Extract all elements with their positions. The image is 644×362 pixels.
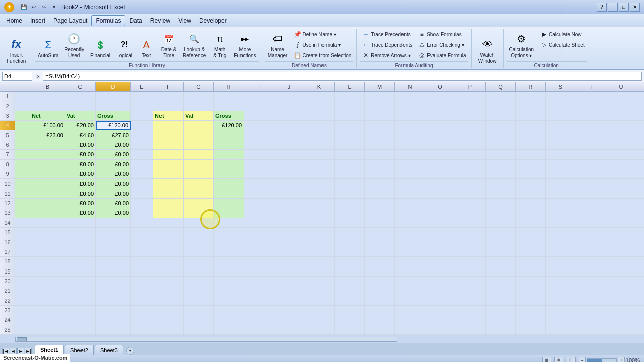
define-name-btn[interactable]: 📌 Define Name ▾: [292, 29, 354, 39]
cell-c4[interactable]: £20.00: [65, 121, 96, 130]
col-header-l[interactable]: L: [335, 82, 365, 91]
col-header-r[interactable]: R: [516, 82, 546, 91]
trace-precedents-btn[interactable]: → Trace Precedents: [360, 29, 414, 39]
office-logo-icon[interactable]: ✦: [4, 2, 14, 12]
col-header-c[interactable]: C: [65, 82, 96, 91]
menu-data[interactable]: Data: [125, 16, 146, 26]
col-header-t[interactable]: T: [576, 82, 606, 91]
cell-u1[interactable]: [606, 92, 636, 101]
col-header-u[interactable]: U: [606, 82, 636, 91]
cell-p1[interactable]: [455, 92, 486, 101]
cell-d2[interactable]: [96, 101, 131, 110]
math-trig-btn[interactable]: π Math& Trig: [209, 29, 230, 60]
redo-quick-btn[interactable]: ↪: [39, 3, 48, 12]
cell-h2[interactable]: [214, 101, 244, 110]
undo-quick-btn[interactable]: ↩: [29, 3, 38, 12]
cell-d1[interactable]: [96, 92, 131, 101]
minimize-btn[interactable]: −: [608, 3, 618, 12]
menu-formulas[interactable]: Formulas: [91, 15, 125, 26]
sheet-tab-2[interactable]: Sheet2: [65, 345, 94, 355]
function-wizard-btn[interactable]: fx: [34, 73, 41, 80]
cell-b3[interactable]: Net: [30, 111, 65, 120]
cell-h1[interactable]: [214, 92, 244, 101]
calc-sheet-btn[interactable]: ▷ Calculate Sheet: [538, 40, 587, 50]
cell-i1[interactable]: [244, 92, 274, 101]
col-header-a[interactable]: [15, 82, 30, 91]
col-header-j[interactable]: J: [274, 82, 304, 91]
menu-page-layout[interactable]: Page Layout: [49, 16, 91, 26]
col-header-o[interactable]: O: [425, 82, 455, 91]
page-break-view-btn[interactable]: ⊡: [567, 357, 576, 363]
cell-f4[interactable]: [153, 121, 184, 130]
cell-n1[interactable]: [395, 92, 425, 101]
cell-d5[interactable]: £27.60: [96, 130, 131, 139]
cell-a3[interactable]: [15, 111, 30, 120]
zoom-slider[interactable]: [587, 358, 617, 363]
date-time-btn[interactable]: 📅 Date &Time: [158, 29, 179, 60]
cell-a4[interactable]: [15, 121, 30, 130]
col-header-g[interactable]: G: [184, 82, 214, 91]
help-btn[interactable]: ?: [597, 3, 607, 12]
cell-t1[interactable]: [576, 92, 606, 101]
menu-developer[interactable]: Developer: [195, 16, 231, 26]
cell-rest-2[interactable]: [244, 101, 274, 110]
normal-view-btn[interactable]: ▦: [542, 357, 551, 363]
cell-h3[interactable]: Gross: [214, 111, 244, 120]
cell-o1[interactable]: [425, 92, 455, 101]
trace-dependents-btn[interactable]: ← Trace Dependents: [360, 40, 414, 50]
new-sheet-btn[interactable]: +: [126, 347, 134, 355]
cell-r1[interactable]: [516, 92, 546, 101]
cell-f3[interactable]: Net: [153, 111, 184, 120]
cell-c1[interactable]: [65, 92, 96, 101]
insert-function-btn[interactable]: fx InsertFunction: [4, 35, 28, 66]
col-header-n[interactable]: N: [395, 82, 425, 91]
remove-arrows-btn[interactable]: ✕ Remove Arrows ▾: [360, 50, 414, 60]
cell-d3[interactable]: Gross: [96, 111, 131, 120]
cell-c3[interactable]: Vat: [65, 111, 96, 120]
menu-review[interactable]: Review: [146, 16, 174, 26]
zoom-in-btn[interactable]: +: [618, 357, 625, 363]
logical-btn[interactable]: ?! Logical: [114, 35, 135, 60]
calc-options-btn[interactable]: ⚙ CalculationOptions ▾: [507, 29, 536, 60]
recently-used-btn[interactable]: 🕐 RecentlyUsed: [62, 29, 87, 60]
sheet-tab-3[interactable]: Sheet3: [95, 345, 123, 355]
watch-window-btn[interactable]: 👁 WatchWindow: [475, 35, 500, 66]
col-header-h[interactable]: H: [214, 82, 244, 91]
scrollbar-thumb[interactable]: [17, 337, 27, 341]
page-layout-view-btn[interactable]: ⊞: [554, 357, 564, 363]
col-header-i[interactable]: I: [244, 82, 274, 91]
menu-home[interactable]: Home: [2, 16, 26, 26]
cell-reference-box[interactable]: D4: [2, 72, 32, 81]
sheet-tab-1[interactable]: Sheet1: [35, 345, 64, 355]
cell-h4[interactable]: £120.00: [214, 121, 244, 130]
cell-f1[interactable]: [153, 92, 184, 101]
cell-a1[interactable]: [15, 92, 30, 101]
col-header-m[interactable]: M: [365, 82, 395, 91]
col-header-f[interactable]: F: [153, 82, 184, 91]
col-header-d[interactable]: D: [96, 82, 131, 91]
col-header-b[interactable]: B: [30, 82, 65, 91]
create-from-selection-btn[interactable]: 📋 Create from Selection: [292, 50, 354, 60]
cell-e3[interactable]: [131, 111, 153, 120]
cell-q1[interactable]: [486, 92, 516, 101]
evaluate-formula-btn[interactable]: ◎ Evaluate Formula: [416, 50, 468, 60]
cell-a2[interactable]: [15, 101, 30, 110]
more-functions-btn[interactable]: ▸▸ MoreFunctions: [231, 29, 258, 60]
cell-f2[interactable]: [153, 101, 184, 110]
customize-quick-btn[interactable]: ▾: [49, 3, 58, 12]
formula-input[interactable]: =SUM(B4:C4): [43, 72, 642, 81]
cell-b4[interactable]: £100.00: [30, 121, 65, 130]
cell-e4[interactable]: [131, 121, 153, 130]
calc-now-btn[interactable]: ▶ Calculate Now: [538, 29, 587, 39]
use-in-formula-btn[interactable]: ⨍ Use in Formula ▾: [292, 40, 354, 50]
cell-b1[interactable]: [30, 92, 65, 101]
horizontal-scrollbar[interactable]: [0, 335, 644, 343]
cell-g3[interactable]: Vat: [184, 111, 214, 120]
autosum-btn[interactable]: Σ AutoSum: [35, 35, 61, 60]
close-btn[interactable]: ✕: [630, 3, 640, 12]
restore-btn[interactable]: □: [619, 3, 629, 12]
lookup-ref-btn[interactable]: 🔍 Lookup &Reference: [180, 29, 208, 60]
cell-k1[interactable]: [304, 92, 335, 101]
col-header-e[interactable]: E: [131, 82, 153, 91]
cell-m1[interactable]: [365, 92, 395, 101]
